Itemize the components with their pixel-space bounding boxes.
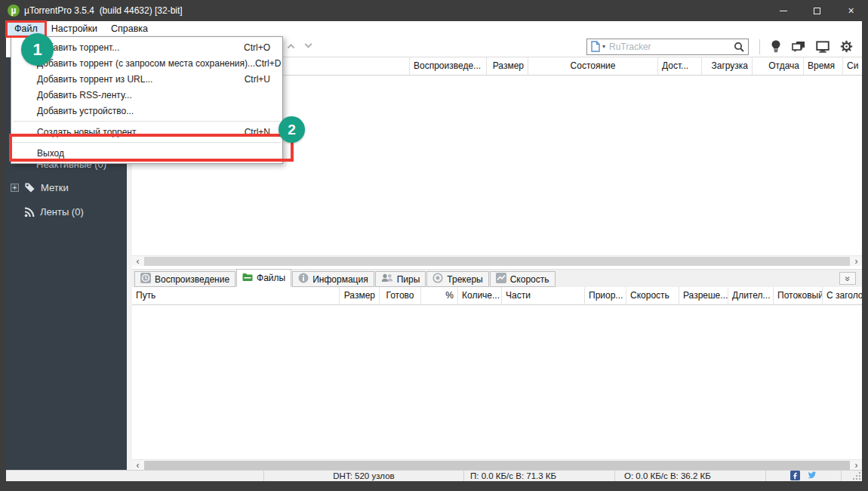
chat-icon[interactable] (792, 41, 805, 53)
sidebar-item-feeds[interactable]: Ленты (0) (24, 206, 84, 218)
column-speed[interactable]: Скорость (626, 287, 679, 304)
chevron-up-icon (287, 44, 294, 51)
close-button[interactable]: × (834, 0, 868, 21)
annotation-step-2-badge: 2 (279, 116, 305, 143)
tab-info[interactable]: Информация (292, 271, 374, 287)
tab-peers[interactable]: Пиры (375, 271, 426, 287)
search-engine-caret-icon[interactable]: ▾ (602, 44, 605, 50)
column-duration[interactable]: Длител... (728, 287, 774, 304)
minimize-button[interactable] (766, 0, 800, 21)
scroll-right-icon[interactable]: › (851, 460, 862, 471)
playback-clock-icon (140, 273, 151, 286)
queue-move-buttons (285, 42, 313, 52)
menu-item-label: Добавить торрент (с запросом места сохра… (37, 58, 255, 69)
sidebar-item-labels[interactable]: + Метки (11, 182, 69, 193)
move-down-button[interactable] (303, 42, 313, 52)
status-bar: DHT: 520 узлов П: 0.0 КБ/с В: 71.3 КБ О:… (6, 470, 862, 481)
scroll-left-icon[interactable]: ‹ (132, 256, 143, 267)
column-size[interactable]: Размер (487, 57, 528, 75)
files-folder-icon (242, 273, 253, 284)
files-list[interactable] (132, 305, 862, 459)
settings-gear-icon[interactable] (840, 40, 853, 53)
download-status: П: 0.0 КБ/с В: 71.3 КБ (470, 471, 556, 480)
column-seeds[interactable]: Си (843, 57, 862, 75)
tab-files[interactable]: Файлы (236, 269, 291, 287)
status-social (766, 471, 842, 481)
speed-chart-icon (496, 273, 506, 286)
status-resize (842, 471, 862, 481)
column-file-size[interactable]: Размер (340, 287, 380, 304)
tag-icon (24, 182, 35, 193)
column-download[interactable]: Загрузка (702, 57, 753, 75)
search-icon[interactable] (734, 42, 744, 52)
menu-item-add-from-url[interactable]: Добавить торрент из URL... Ctrl+U (11, 71, 282, 87)
detail-tabs: Воспроизведение Файлы Информация Пиры (132, 269, 862, 287)
menu-item-add-torrent-choose-save[interactable]: Добавить торрент (с запросом места сохра… (11, 55, 282, 71)
info-icon (298, 273, 309, 286)
move-up-button[interactable] (285, 42, 296, 52)
menu-item-label: Добавить RSS-ленту... (37, 90, 132, 100)
window-controls: × (766, 0, 868, 21)
window-title: µTorrentPro 3.5.4 (build 44632) [32-bit] (24, 5, 183, 16)
column-resolution[interactable]: Разреше... (679, 287, 728, 304)
maximize-button[interactable] (800, 0, 834, 21)
column-playback[interactable]: Воспроизведе... (410, 57, 487, 75)
chevron-down-icon (304, 41, 312, 48)
column-count[interactable]: Количе... (458, 287, 502, 304)
column-done[interactable]: Готово (380, 287, 421, 304)
files-list-hscrollbar[interactable]: ‹ › (132, 459, 862, 470)
tab-trackers[interactable]: Трекеры (426, 271, 488, 287)
menu-bar: Файл Настройки Справка (6, 21, 862, 36)
twitter-icon[interactable] (806, 471, 817, 482)
expand-plus-icon[interactable]: + (11, 184, 19, 192)
status-upload: О: 0.0 КБ/с В: 36.2 КБ (615, 471, 766, 481)
menu-settings[interactable]: Настройки (45, 22, 104, 36)
torrent-list-hscrollbar[interactable]: ‹ › (132, 255, 862, 266)
column-pieces[interactable]: Части (502, 287, 585, 304)
menu-help[interactable]: Справка (104, 22, 155, 36)
tab-label: Трекеры (447, 274, 482, 285)
tab-playback[interactable]: Воспроизведение (134, 271, 235, 287)
tab-label: Информация (312, 274, 368, 285)
status-section-empty (6, 471, 264, 481)
tab-label: Скорость (510, 274, 549, 285)
scrollbar-thumb[interactable] (144, 257, 850, 266)
scrollbar-thumb[interactable] (144, 461, 850, 470)
menu-item-shortcut: Ctrl+O (244, 42, 270, 53)
utorrent-logo-icon: µ (8, 5, 20, 17)
tab-speed[interactable]: Скорость (490, 271, 556, 287)
remote-devices-icon[interactable] (816, 41, 830, 53)
menu-separator (13, 121, 281, 122)
column-availability[interactable]: Дост... (658, 57, 702, 75)
column-eta[interactable]: Время (804, 57, 843, 75)
column-header[interactable]: С заголо (823, 287, 862, 304)
menu-item-add-device[interactable]: Добавить устройство... (11, 103, 282, 119)
menu-item-shortcut: Ctrl+U (245, 74, 270, 85)
search-input[interactable] (608, 41, 731, 53)
tab-label: Воспроизведение (155, 274, 229, 285)
column-streamable[interactable]: Потоковый (774, 287, 823, 304)
sidebar-item-label: Ленты (0) (40, 206, 84, 218)
sidebar-item-label: Метки (41, 182, 69, 193)
annotation-box-exit-item (9, 134, 294, 162)
menu-item-label: Добавить устройство... (37, 106, 134, 116)
column-percent[interactable]: % (421, 287, 458, 304)
status-dht: DHT: 520 узлов (264, 471, 464, 481)
menu-item-label: Добавить торрент из URL... (37, 74, 152, 85)
scroll-right-icon[interactable]: › (851, 256, 862, 267)
menu-item-shortcut: Ctrl+D (255, 58, 281, 69)
column-path[interactable]: Путь (132, 287, 340, 304)
column-status[interactable]: Состояние (528, 57, 658, 75)
menu-item-add-rss[interactable]: Добавить RSS-ленту... (11, 87, 282, 103)
scroll-left-icon[interactable]: ‹ (132, 460, 143, 471)
files-table-header: Путь Размер Готово % Количе... Части При… (132, 287, 862, 305)
hints-bulb-icon[interactable] (771, 40, 781, 53)
resize-grip[interactable] (853, 472, 860, 480)
facebook-icon[interactable] (790, 471, 800, 482)
upload-status: О: 0.0 КБ/с В: 36.2 КБ (624, 471, 711, 480)
column-priority[interactable]: Приор... (585, 287, 626, 304)
title-bar: µ µTorrentPro 3.5.4 (build 44632) [32-bi… (0, 0, 868, 21)
collapse-panel-button[interactable]: » (839, 272, 856, 285)
search-engine-icon[interactable] (591, 41, 600, 52)
column-upload[interactable]: Отдача (753, 57, 804, 75)
